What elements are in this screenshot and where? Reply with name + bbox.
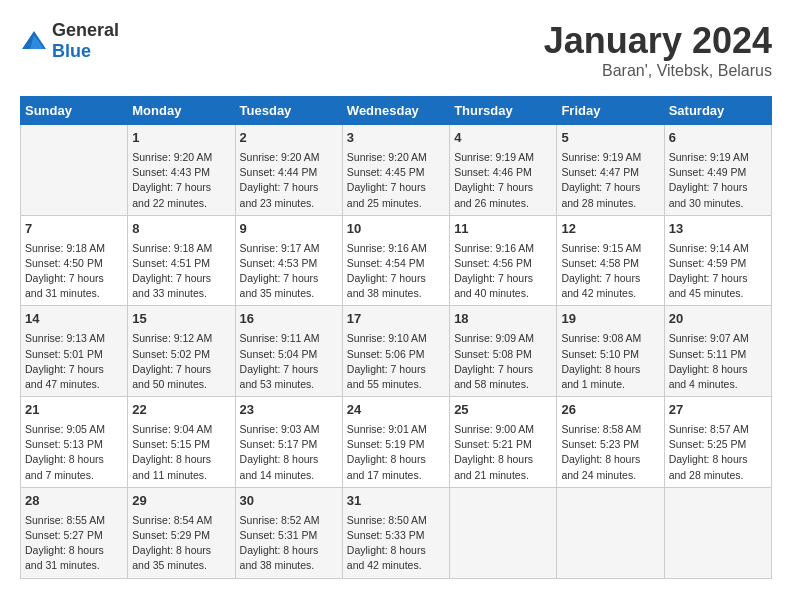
day-number: 17: [347, 310, 445, 329]
day-info: Daylight: 7 hours: [240, 271, 338, 286]
day-info: and 38 minutes.: [240, 558, 338, 573]
day-info: Sunset: 4:54 PM: [347, 256, 445, 271]
day-info: and 35 minutes.: [240, 286, 338, 301]
day-info: Sunrise: 9:00 AM: [454, 422, 552, 437]
day-info: Daylight: 7 hours: [561, 180, 659, 195]
day-info: Sunrise: 9:09 AM: [454, 331, 552, 346]
day-info: Daylight: 7 hours: [561, 271, 659, 286]
day-info: and 58 minutes.: [454, 377, 552, 392]
calendar-title: January 2024: [544, 20, 772, 62]
day-info: Sunrise: 9:11 AM: [240, 331, 338, 346]
day-info: Daylight: 7 hours: [132, 271, 230, 286]
day-info: Daylight: 7 hours: [240, 180, 338, 195]
day-info: Sunrise: 9:16 AM: [454, 241, 552, 256]
day-number: 15: [132, 310, 230, 329]
calendar-cell: 25Sunrise: 9:00 AMSunset: 5:21 PMDayligh…: [450, 397, 557, 488]
title-area: January 2024 Baran', Vitebsk, Belarus: [544, 20, 772, 80]
day-info: Sunrise: 9:16 AM: [347, 241, 445, 256]
day-info: and 28 minutes.: [669, 468, 767, 483]
day-info: Sunset: 5:31 PM: [240, 528, 338, 543]
day-info: and 35 minutes.: [132, 558, 230, 573]
day-info: and 4 minutes.: [669, 377, 767, 392]
day-info: Sunrise: 9:19 AM: [454, 150, 552, 165]
day-info: Daylight: 8 hours: [240, 543, 338, 558]
calendar-cell: 16Sunrise: 9:11 AMSunset: 5:04 PMDayligh…: [235, 306, 342, 397]
day-info: Sunrise: 9:19 AM: [561, 150, 659, 165]
week-row-3: 21Sunrise: 9:05 AMSunset: 5:13 PMDayligh…: [21, 397, 772, 488]
calendar-cell: 5Sunrise: 9:19 AMSunset: 4:47 PMDaylight…: [557, 125, 664, 216]
day-info: Daylight: 7 hours: [454, 180, 552, 195]
calendar-cell: [664, 487, 771, 578]
logo-icon: [20, 27, 48, 55]
day-info: Sunrise: 9:15 AM: [561, 241, 659, 256]
day-info: and 11 minutes.: [132, 468, 230, 483]
calendar-cell: 21Sunrise: 9:05 AMSunset: 5:13 PMDayligh…: [21, 397, 128, 488]
day-info: Sunset: 4:51 PM: [132, 256, 230, 271]
day-info: Sunrise: 9:18 AM: [132, 241, 230, 256]
day-info: Sunrise: 9:12 AM: [132, 331, 230, 346]
day-info: Sunrise: 9:18 AM: [25, 241, 123, 256]
day-number: 21: [25, 401, 123, 420]
page-header: General Blue January 2024 Baran', Vitebs…: [20, 20, 772, 80]
calendar-cell: 22Sunrise: 9:04 AMSunset: 5:15 PMDayligh…: [128, 397, 235, 488]
week-row-1: 7Sunrise: 9:18 AMSunset: 4:50 PMDaylight…: [21, 215, 772, 306]
day-info: Daylight: 7 hours: [669, 271, 767, 286]
calendar-cell: 30Sunrise: 8:52 AMSunset: 5:31 PMDayligh…: [235, 487, 342, 578]
calendar-cell: [557, 487, 664, 578]
day-info: Sunrise: 9:05 AM: [25, 422, 123, 437]
day-info: and 42 minutes.: [347, 558, 445, 573]
day-info: Sunrise: 9:04 AM: [132, 422, 230, 437]
calendar-cell: 19Sunrise: 9:08 AMSunset: 5:10 PMDayligh…: [557, 306, 664, 397]
day-header-wednesday: Wednesday: [342, 97, 449, 125]
day-info: and 50 minutes.: [132, 377, 230, 392]
day-number: 6: [669, 129, 767, 148]
day-info: Sunrise: 9:19 AM: [669, 150, 767, 165]
calendar-cell: 7Sunrise: 9:18 AMSunset: 4:50 PMDaylight…: [21, 215, 128, 306]
day-header-tuesday: Tuesday: [235, 97, 342, 125]
day-number: 4: [454, 129, 552, 148]
calendar-header: SundayMondayTuesdayWednesdayThursdayFrid…: [21, 97, 772, 125]
calendar-cell: 3Sunrise: 9:20 AMSunset: 4:45 PMDaylight…: [342, 125, 449, 216]
day-info: Sunrise: 9:01 AM: [347, 422, 445, 437]
day-headers-row: SundayMondayTuesdayWednesdayThursdayFrid…: [21, 97, 772, 125]
day-info: Daylight: 7 hours: [25, 271, 123, 286]
day-number: 22: [132, 401, 230, 420]
calendar-cell: 4Sunrise: 9:19 AMSunset: 4:46 PMDaylight…: [450, 125, 557, 216]
day-info: Sunset: 5:04 PM: [240, 347, 338, 362]
day-number: 14: [25, 310, 123, 329]
day-info: Sunset: 4:45 PM: [347, 165, 445, 180]
calendar-cell: 20Sunrise: 9:07 AMSunset: 5:11 PMDayligh…: [664, 306, 771, 397]
day-info: Daylight: 7 hours: [132, 180, 230, 195]
day-info: and 22 minutes.: [132, 196, 230, 211]
day-info: Daylight: 8 hours: [240, 452, 338, 467]
day-info: Sunset: 4:56 PM: [454, 256, 552, 271]
day-info: and 47 minutes.: [25, 377, 123, 392]
day-number: 16: [240, 310, 338, 329]
day-info: and 25 minutes.: [347, 196, 445, 211]
day-info: Daylight: 8 hours: [561, 362, 659, 377]
day-number: 12: [561, 220, 659, 239]
day-info: Sunset: 5:08 PM: [454, 347, 552, 362]
day-info: Sunrise: 9:14 AM: [669, 241, 767, 256]
day-info: Sunrise: 9:03 AM: [240, 422, 338, 437]
day-info: Sunset: 5:06 PM: [347, 347, 445, 362]
day-number: 20: [669, 310, 767, 329]
day-info: Sunset: 4:46 PM: [454, 165, 552, 180]
day-info: Sunrise: 9:13 AM: [25, 331, 123, 346]
day-number: 30: [240, 492, 338, 511]
day-info: Sunset: 4:44 PM: [240, 165, 338, 180]
day-header-monday: Monday: [128, 97, 235, 125]
day-info: Sunset: 5:27 PM: [25, 528, 123, 543]
day-number: 27: [669, 401, 767, 420]
calendar-cell: 27Sunrise: 8:57 AMSunset: 5:25 PMDayligh…: [664, 397, 771, 488]
calendar-table: SundayMondayTuesdayWednesdayThursdayFrid…: [20, 96, 772, 579]
day-info: Daylight: 8 hours: [132, 543, 230, 558]
day-info: Sunset: 5:19 PM: [347, 437, 445, 452]
day-info: Sunrise: 9:07 AM: [669, 331, 767, 346]
day-info: Sunset: 5:11 PM: [669, 347, 767, 362]
day-info: Sunset: 5:23 PM: [561, 437, 659, 452]
day-info: and 31 minutes.: [25, 558, 123, 573]
calendar-cell: 26Sunrise: 8:58 AMSunset: 5:23 PMDayligh…: [557, 397, 664, 488]
day-info: and 31 minutes.: [25, 286, 123, 301]
day-info: Daylight: 7 hours: [240, 362, 338, 377]
